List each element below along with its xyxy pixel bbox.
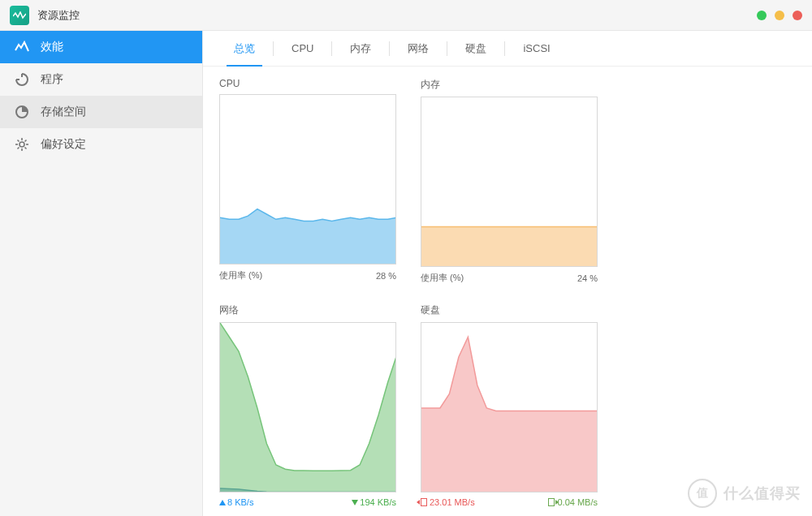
sidebar-item-preferences[interactable]: 偏好设定 (0, 128, 202, 161)
svg-line-7 (25, 148, 27, 149)
download-rate: 194 KB/s (352, 497, 396, 507)
process-icon (15, 72, 29, 87)
svg-point-1 (19, 142, 24, 147)
chart-card-cpu: CPU 使用率 (%) 28 % (219, 78, 396, 284)
sidebar-item-label: 程序 (41, 72, 63, 87)
titlebar: 资源监控 (0, 0, 812, 31)
tab-iscsi[interactable]: iSCSI (508, 31, 564, 67)
sidebar-item-label: 存储空间 (41, 105, 86, 119)
arrow-down-icon (352, 500, 358, 505)
window-title: 资源监控 (37, 8, 80, 23)
chart-memory[interactable] (421, 97, 598, 267)
chart-network[interactable] (219, 322, 396, 492)
gear-icon (15, 137, 29, 152)
app-icon (10, 6, 29, 25)
chart-title: 内存 (421, 78, 598, 92)
content-area: 总览 CPU 内存 网络 硬盘 iSCSI CPU 使用率 (%) 28 % (203, 31, 812, 516)
read-rate: 23.01 MB/s (421, 497, 475, 507)
tab-overview[interactable]: 总览 (219, 31, 270, 67)
storage-icon (15, 105, 29, 119)
sidebar-item-storage[interactable]: 存储空间 (0, 96, 202, 128)
tab-separator (504, 41, 505, 56)
tabs: 总览 CPU 内存 网络 硬盘 iSCSI (203, 31, 812, 67)
footer-right: 28 % (376, 271, 396, 281)
minimize-button[interactable] (757, 11, 767, 20)
chart-title: 网络 (219, 303, 396, 317)
chart-footer: 使用率 (%) 28 % (219, 269, 396, 282)
chart-title: 硬盘 (421, 303, 598, 317)
disk-chart-svg (421, 323, 598, 492)
sidebar-item-process[interactable]: 程序 (0, 63, 202, 96)
window-controls (757, 11, 802, 20)
chart-card-disk: 硬盘 23.01 MB/s 0.04 MB/s (421, 303, 598, 507)
footer-left: 使用率 (%) (421, 272, 464, 284)
sidebar: 效能 程序 存储空间 偏好设定 (0, 31, 203, 516)
tab-cpu[interactable]: CPU (277, 31, 328, 67)
performance-icon (15, 40, 29, 54)
tab-memory[interactable]: 内存 (335, 31, 386, 67)
chart-cpu[interactable] (219, 94, 396, 264)
chart-card-memory: 内存 使用率 (%) 24 % (421, 78, 598, 284)
disk-read-icon (421, 498, 427, 506)
svg-line-6 (18, 140, 19, 142)
write-rate: 0.04 MB/s (548, 497, 598, 507)
sidebar-item-performance[interactable]: 效能 (0, 31, 202, 63)
tab-separator (389, 41, 390, 56)
footer-left: 使用率 (%) (219, 269, 262, 282)
chart-footer: 8 KB/s 194 KB/s (219, 497, 396, 507)
tab-separator (447, 41, 447, 56)
charts-area: CPU 使用率 (%) 28 % 内存 使用率 (%) 24 % (203, 67, 812, 516)
disk-write-icon (548, 498, 555, 506)
cpu-chart-svg (220, 95, 396, 264)
tab-network[interactable]: 网络 (393, 31, 443, 67)
footer-right: 24 % (577, 273, 598, 283)
mem-chart-svg (421, 97, 598, 267)
tab-separator (273, 41, 274, 56)
svg-line-9 (25, 140, 27, 142)
tab-separator (331, 41, 332, 56)
arrow-up-icon (219, 500, 226, 505)
maximize-button[interactable] (775, 11, 784, 20)
svg-line-8 (18, 148, 19, 149)
chart-card-network: 网络 8 KB/s 194 KB/s (219, 303, 396, 507)
chart-footer: 23.01 MB/s 0.04 MB/s (421, 497, 598, 507)
net-chart-svg (220, 323, 396, 492)
chart-disk[interactable] (421, 322, 598, 492)
chart-footer: 使用率 (%) 24 % (421, 272, 598, 284)
chart-title: CPU (219, 78, 396, 89)
sidebar-item-label: 效能 (41, 40, 63, 54)
sidebar-item-label: 偏好设定 (41, 137, 86, 152)
close-button[interactable] (793, 11, 802, 20)
upload-rate: 8 KB/s (219, 497, 253, 507)
tab-disk[interactable]: 硬盘 (451, 31, 501, 67)
